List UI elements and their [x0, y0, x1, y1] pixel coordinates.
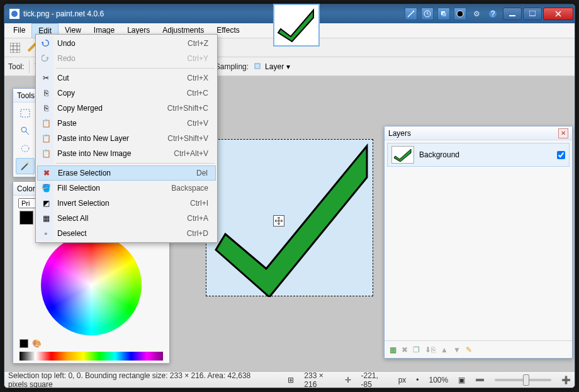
copy-merged-icon: ⎘: [41, 103, 51, 113]
merge-down-icon[interactable]: ⬇⎘: [425, 345, 436, 354]
clock-icon[interactable]: [421, 8, 434, 20]
menu-item-shortcut: Ctrl+D: [187, 229, 208, 238]
invert-icon: ◩: [41, 198, 51, 208]
menu-item-paste[interactable]: 📋PasteCtrl+V: [37, 116, 216, 131]
colors-window-icon[interactable]: [454, 8, 466, 20]
menu-item-shortcut: Ctrl+C: [187, 89, 208, 98]
svg-point-15: [21, 127, 26, 132]
layer-thumbnail: [391, 146, 414, 164]
menu-item-undo[interactable]: UndoCtrl+Z: [37, 36, 216, 51]
menu-item-label: Invert Selection: [57, 199, 190, 208]
svg-point-2: [413, 11, 414, 12]
layers-toolbar: ▦ ✖ ❐ ⬇⎘ ▲ ▼ ✎: [385, 340, 572, 358]
menu-item-shortcut: Backspace: [171, 184, 208, 193]
add-layer-icon[interactable]: ▦: [390, 345, 396, 354]
color-wheel[interactable]: [41, 235, 142, 335]
menu-item-shortcut: Ctrl+X: [187, 74, 208, 82]
app-icon: [9, 9, 20, 19]
status-dims-icon: ⊞: [288, 376, 294, 384]
settings-icon[interactable]: ⚙: [470, 8, 483, 20]
status-cursor: -221, -85: [361, 371, 388, 389]
layer-props-icon[interactable]: ✎: [466, 345, 472, 354]
menu-item-copy[interactable]: ⎘CopyCtrl+C: [37, 86, 216, 101]
menu-item-shortcut: Ctrl+Shift+V: [167, 134, 208, 143]
menu-item-label: Erase Selection: [58, 169, 196, 177]
maximize-button[interactable]: [523, 8, 542, 20]
deselect-icon: ▫: [41, 228, 51, 238]
menu-file[interactable]: File: [7, 23, 31, 38]
svg-rect-13: [255, 64, 260, 69]
titlebar-tool-icons: ⚙ ?: [405, 8, 499, 20]
menu-item-cut[interactable]: ✂CutCtrl+X: [37, 70, 216, 86]
sampling-label: Sampling:: [215, 62, 249, 71]
menu-item-label: Paste into New Image: [57, 149, 174, 158]
svg-rect-12: [10, 43, 20, 53]
black-swatch[interactable]: [20, 339, 28, 348]
select-all-icon: ▦: [41, 213, 51, 223]
paste-image-icon: 📋: [41, 148, 51, 159]
move-handle-icon[interactable]: [273, 215, 284, 227]
menu-item-label: Select All: [57, 214, 187, 223]
duplicate-layer-icon[interactable]: ❐: [413, 345, 420, 354]
layer-visible-checkbox[interactable]: [557, 151, 565, 159]
window-buttons: [503, 8, 573, 20]
menu-item-invert-selection[interactable]: ◩Invert SelectionCtrl+I: [37, 196, 216, 211]
undo-icon: [41, 38, 51, 48]
menu-item-shortcut: Ctrl+V: [187, 119, 208, 128]
cut-icon: ✂: [41, 73, 51, 83]
zoom-in-icon[interactable]: ➕: [561, 376, 571, 384]
menu-item-label: Redo: [57, 54, 187, 63]
menu-item-select-all[interactable]: ▦Select AllCtrl+A: [37, 211, 216, 226]
fill-icon: 🪣: [41, 183, 51, 193]
chevron-down-icon: ▾: [286, 62, 290, 71]
layers-close-button[interactable]: ✕: [558, 128, 568, 138]
menu-item-shortcut: Ctrl+Y: [187, 54, 208, 63]
status-unit[interactable]: px: [398, 376, 407, 384]
layers-panel: Layers ✕ Background ▦ ✖ ❐ ⬇⎘ ▲ ▼ ✎: [384, 126, 573, 359]
menu-item-label: Fill Selection: [57, 184, 171, 193]
svg-text:?: ?: [491, 9, 495, 18]
menu-item-fill-selection[interactable]: 🪣Fill SelectionBackspace: [37, 181, 216, 196]
grid-icon[interactable]: [8, 41, 22, 55]
zoom-slider[interactable]: [495, 379, 551, 381]
menu-item-paste-into-new-layer[interactable]: 📋Paste into New LayerCtrl+Shift+V: [37, 131, 216, 146]
layer-down-icon[interactable]: ▼: [453, 345, 461, 354]
layers-window-icon[interactable]: [437, 8, 450, 20]
wand-toggle-icon[interactable]: [405, 8, 417, 20]
magic-wand-tool[interactable]: [16, 158, 35, 174]
menu-item-shortcut: Ctrl+Z: [188, 39, 208, 48]
svg-point-1: [11, 11, 18, 17]
zoom-fit-icon[interactable]: ▣: [458, 376, 465, 384]
color-swatches[interactable]: [20, 352, 163, 361]
canvas-selection[interactable]: [206, 139, 373, 296]
menu-item-copy-merged[interactable]: ⎘Copy MergedCtrl+Shift+C: [37, 101, 216, 116]
rect-select-tool[interactable]: [16, 105, 35, 121]
svg-rect-10: [509, 15, 515, 16]
document-thumbnail[interactable]: [273, 4, 320, 47]
layers-panel-title[interactable]: Layers: [388, 129, 411, 138]
help-icon[interactable]: ?: [486, 8, 499, 20]
zoom-out-icon[interactable]: ➖: [475, 376, 485, 384]
menu-item-redo: RedoCtrl+Y: [37, 51, 216, 66]
zoom-tool[interactable]: [16, 123, 35, 139]
minimize-button[interactable]: [503, 8, 522, 20]
menu-item-label: Paste into New Layer: [57, 134, 167, 143]
primary-color-swatch[interactable]: [20, 211, 33, 225]
layer-up-icon[interactable]: ▲: [441, 345, 448, 354]
menu-item-label: Paste: [57, 119, 187, 128]
paste-layer-icon: 📋: [41, 133, 51, 143]
menu-item-erase-selection[interactable]: ✖Erase SelectionDel: [37, 165, 216, 181]
layer-row[interactable]: Background: [387, 143, 570, 167]
menu-item-paste-into-new-image[interactable]: 📋Paste into New ImageCtrl+Alt+V: [37, 146, 216, 161]
menu-item-label: Cut: [57, 74, 187, 82]
menu-item-label: Copy: [57, 89, 187, 98]
menu-item-deselect[interactable]: ▫DeselectCtrl+D: [37, 226, 216, 241]
delete-layer-icon[interactable]: ✖: [402, 345, 408, 354]
close-button[interactable]: [543, 8, 573, 20]
copy-icon: ⎘: [41, 88, 51, 98]
statusbar: Selection top left: 0, 0. Bounding recta…: [4, 371, 575, 388]
sampling-dropdown[interactable]: Layer ▾: [254, 62, 290, 71]
ellipse-select-tool[interactable]: [16, 140, 35, 157]
palette-icon[interactable]: 🎨: [32, 339, 42, 348]
status-selection: Selection top left: 0, 0. Bounding recta…: [8, 371, 267, 389]
